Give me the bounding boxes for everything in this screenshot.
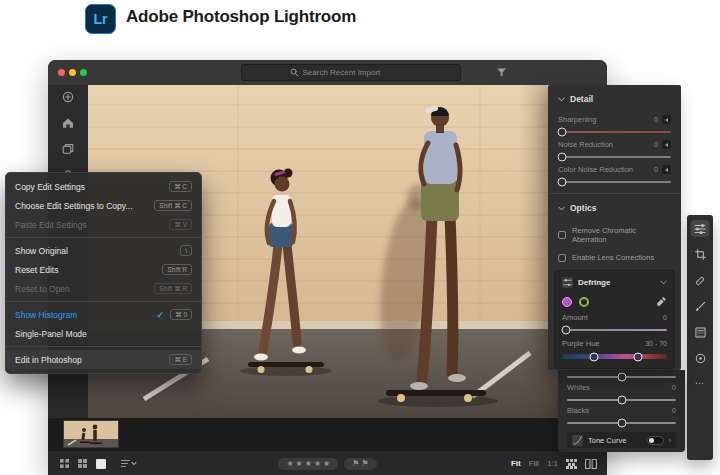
remove-chromatic-aberration-row[interactable]: Remove Chromatic Aberration (558, 226, 671, 244)
collapse-arrow-button[interactable] (662, 140, 671, 149)
chevron-down-icon (660, 280, 667, 285)
collapse-arrow-button[interactable] (662, 115, 671, 124)
slider-knob[interactable] (617, 419, 626, 428)
before-after-icon[interactable] (585, 459, 597, 469)
hue-knob-low[interactable] (589, 352, 598, 361)
menu-item-copy-edit-settings[interactable]: Copy Edit Settings ⌘ C (6, 177, 201, 196)
purple-hue-slider[interactable] (562, 354, 667, 359)
bottom-toolbar: ★ ★ ★ ★ ★ ⚑ ⚑ Fit Fill 1:1 (48, 450, 607, 475)
zoom-window-button[interactable] (80, 69, 87, 76)
shortcut-badge: Shift ⌘ R (154, 283, 192, 295)
pixel-grid-icon[interactable] (566, 459, 577, 469)
defringe-icon (562, 277, 573, 288)
purple-fringe-swatch[interactable] (562, 297, 572, 307)
hue-knob-high[interactable] (633, 352, 642, 361)
star-icon[interactable]: ★ (305, 460, 312, 468)
star-icon[interactable]: ★ (323, 460, 330, 468)
minimize-window-button[interactable] (69, 69, 76, 76)
edit-tool-button[interactable] (691, 220, 709, 237)
slider-range-value: 30 - 70 (645, 340, 667, 347)
amount-row: Amount 0 (562, 313, 667, 322)
shortcut-badge: ⌘ E (169, 354, 192, 366)
pick-flag-icon[interactable]: ⚑ (352, 460, 359, 468)
slider-knob[interactable] (617, 396, 626, 405)
noise-reduction-row: Noise Reduction 0 (558, 140, 671, 149)
my-photos-icon[interactable] (62, 143, 74, 155)
light-panel-fragment: Whites 0 Blacks 0 Tone Curve › (558, 370, 685, 452)
color-noise-reduction-row: Color Noise Reduction 0 (558, 165, 671, 174)
slider-label: Purple Hue (562, 339, 600, 348)
tone-curve-label: Tone Curve (588, 436, 626, 445)
check-icon: ✓ (157, 310, 165, 320)
filter-icon[interactable] (496, 68, 508, 78)
flag-widget[interactable]: ⚑ ⚑ (344, 458, 376, 470)
slider-knob[interactable] (558, 128, 567, 137)
whites-slider[interactable] (567, 399, 676, 401)
collapse-arrow-button[interactable] (662, 165, 671, 174)
filmstrip-thumbnail[interactable] (63, 420, 119, 448)
zoom-fit-button[interactable]: Fit (511, 459, 521, 468)
menu-divider (6, 237, 201, 238)
color-noise-reduction-slider[interactable] (558, 181, 671, 183)
reject-flag-icon[interactable]: ⚑ (361, 460, 368, 468)
search-icon (290, 68, 299, 77)
more-tools-icon[interactable]: ⋯ (695, 378, 705, 388)
linear-gradient-tool-button[interactable] (691, 324, 709, 341)
clipped-slider[interactable] (567, 376, 676, 378)
enable-lens-corrections-row[interactable]: Enable Lens Corrections (558, 253, 671, 262)
green-fringe-swatch[interactable] (579, 297, 589, 307)
tone-curve-icon (572, 435, 583, 446)
menu-divider (6, 346, 201, 347)
page: Lr Adobe Photoshop Lightroom (0, 0, 720, 475)
blacks-slider[interactable] (567, 422, 676, 424)
search-input[interactable] (303, 68, 413, 77)
checkbox-label: Remove Chromatic Aberration (572, 226, 671, 244)
home-icon[interactable] (62, 117, 74, 129)
checkbox[interactable] (558, 254, 566, 262)
logo-text: Lr (94, 11, 108, 27)
menu-item-reset-edits[interactable]: Reset Edits Shift R (6, 260, 201, 279)
zoom-fill-button[interactable]: Fill (529, 459, 539, 468)
shortcut-badge: ⌘ V (169, 219, 192, 231)
chevron-right-icon: › (669, 437, 671, 444)
defringe-header[interactable]: Defringe (562, 277, 667, 288)
menu-item-show-original[interactable]: Show Original \ (6, 241, 201, 260)
section-title: Optics (570, 203, 596, 213)
sharpening-slider[interactable] (558, 131, 671, 133)
zoom-one-to-one-button[interactable]: 1:1 (547, 459, 558, 468)
noise-reduction-slider[interactable] (558, 156, 671, 158)
detail-section-header[interactable]: Detail (558, 85, 671, 108)
tone-curve-bar[interactable]: Tone Curve › (567, 432, 676, 448)
checkbox[interactable] (558, 231, 566, 239)
tone-curve-toggle[interactable] (647, 436, 664, 445)
amount-slider[interactable] (562, 329, 667, 331)
menu-label: Reset to Open (15, 284, 70, 294)
menu-item-show-histogram[interactable]: Show Histogram ✓ ⌘ 0 (6, 305, 201, 324)
star-icon[interactable]: ★ (314, 460, 321, 468)
slider-knob[interactable] (617, 373, 626, 382)
star-icon[interactable]: ★ (296, 460, 303, 468)
chevron-down-icon (558, 97, 565, 102)
edit-panel: Detail Sharpening 0 Noise Reduction 0 Co… (548, 85, 681, 370)
defringe-color-row (562, 296, 667, 307)
optics-section-header[interactable]: Optics (558, 194, 671, 217)
close-window-button[interactable] (58, 69, 65, 76)
slider-knob[interactable] (562, 326, 571, 335)
radial-gradient-tool-button[interactable] (691, 350, 709, 367)
add-photos-icon[interactable] (62, 91, 74, 103)
healing-brush-tool-button[interactable] (691, 272, 709, 289)
crop-tool-button[interactable] (691, 246, 709, 263)
menu-item-choose-edit-settings[interactable]: Choose Edit Settings to Copy... Shift ⌘ … (6, 196, 201, 215)
menu-item-single-panel-mode[interactable]: Single-Panel Mode (6, 324, 201, 343)
star-icon[interactable]: ★ (286, 460, 293, 468)
slider-label: Blacks (567, 406, 589, 415)
slider-knob[interactable] (558, 153, 567, 162)
menu-item-edit-in-photoshop[interactable]: Edit in Photoshop ⌘ E (6, 350, 201, 369)
slider-value: 0 (654, 166, 658, 173)
star-rating-widget[interactable]: ★ ★ ★ ★ ★ (278, 458, 338, 470)
slider-knob[interactable] (558, 178, 567, 187)
filmstrip (48, 418, 607, 450)
brush-tool-button[interactable] (691, 298, 709, 315)
menu-item-paste-edit-settings: Paste Edit Settings ⌘ V (6, 215, 201, 234)
eyedropper-icon[interactable] (656, 296, 667, 307)
